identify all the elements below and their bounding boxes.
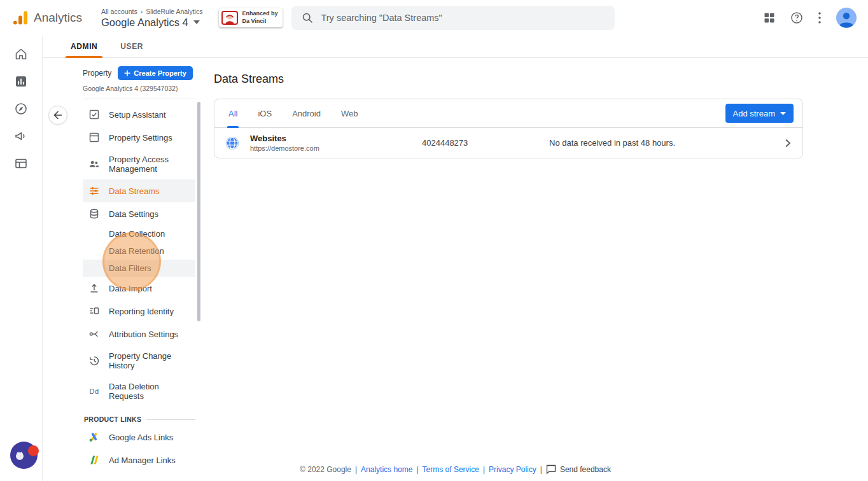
stream-url: https://demostore.com: [250, 144, 422, 152]
sidebar-item-data-retention[interactable]: Data Retention: [83, 242, 195, 260]
explore-icon[interactable]: [13, 101, 29, 117]
setup-assistant-icon: [88, 109, 100, 120]
feedback-bubble-icon: [546, 464, 556, 475]
globe-icon: [225, 136, 240, 151]
property-settings-icon: [88, 132, 100, 143]
reporting-identity-icon: [88, 305, 100, 317]
panel-head: Property Create Property: [83, 66, 195, 80]
sidebar-item-property-access-management[interactable]: Property Access Management: [83, 149, 195, 179]
notification-dot: [28, 445, 39, 456]
breadcrumb-root[interactable]: All accounts: [101, 8, 137, 15]
sidebar-item-label: Data Collection: [109, 229, 165, 239]
copyright: © 2022 Google: [300, 465, 351, 474]
product-links-header: PRODUCT LINKS: [83, 415, 195, 423]
property-selector-label: Google Analytics 4: [101, 17, 188, 29]
admin-user-tabs: ADMIN USER: [43, 36, 868, 58]
sidebar-item-data-streams[interactable]: Data Streams: [83, 179, 195, 202]
footer-link-terms-of-service[interactable]: Terms of Service: [423, 465, 479, 474]
database-icon: [88, 208, 100, 220]
more-vert-icon[interactable]: [818, 12, 821, 24]
sidebar-item-label: Data Filters: [109, 263, 151, 273]
stream-filter-bar: All iOS Android Web Add stream: [214, 99, 802, 128]
sidebar-item-label: Data Deletion Requests: [109, 382, 192, 401]
sidebar-item-label: Data Streams: [109, 186, 159, 196]
filter-tab-label: Android: [292, 109, 321, 118]
stream-status: No data received in past 48 hours.: [549, 138, 782, 148]
breadcrumb: All accounts › SlideRule Analytics: [101, 8, 202, 15]
send-feedback-label: Send feedback: [560, 465, 611, 474]
enhanced-badge-text: Enhanced by Da Vinci!: [242, 10, 277, 25]
stream-id: 4024448273: [422, 138, 549, 148]
filter-tab-android[interactable]: Android: [282, 99, 331, 127]
advertising-icon[interactable]: [13, 128, 29, 144]
property-section-label: Property: [83, 69, 111, 78]
send-feedback-button[interactable]: Send feedback: [546, 464, 611, 475]
home-icon[interactable]: [13, 46, 29, 62]
data-streams-card: All iOS Android Web Add stream Websites: [214, 99, 803, 158]
footer-link-privacy-policy[interactable]: Privacy Policy: [489, 465, 536, 474]
sidebar-item-property-settings[interactable]: Property Settings: [83, 126, 195, 149]
filter-tab-label: iOS: [258, 109, 272, 118]
reports-icon[interactable]: [13, 73, 29, 90]
sidebar-item-setup-assistant[interactable]: Setup Assistant: [83, 103, 195, 126]
sidebar-item-reporting-identity[interactable]: Reporting Identity: [83, 300, 195, 323]
sidebar-item-data-deletion-requests[interactable]: Dd Data Deletion Requests: [83, 376, 195, 407]
tab-user[interactable]: USER: [109, 36, 155, 57]
sidebar-item-property-change-history[interactable]: Property Change History: [83, 345, 195, 376]
back-button[interactable]: [48, 106, 67, 125]
sidebar-item-label: Setup Assistant: [109, 110, 166, 120]
avatar[interactable]: [836, 8, 857, 28]
sidebar-item-attribution-settings[interactable]: Attribution Settings: [83, 323, 195, 345]
analytics-logo[interactable]: Analytics: [0, 9, 82, 27]
account-switcher[interactable]: All accounts › SlideRule Analytics Googl…: [101, 8, 202, 29]
sidebar-item-label: Attribution Settings: [109, 330, 178, 339]
add-stream-label: Add stream: [733, 109, 775, 118]
property-selector[interactable]: Google Analytics 4: [101, 17, 202, 29]
product-links-header-label: PRODUCT LINKS: [84, 415, 141, 423]
chevron-right-icon[interactable]: [782, 139, 794, 148]
sidebar-item-data-collection[interactable]: Data Collection: [83, 225, 195, 242]
tab-user-label: USER: [120, 42, 143, 51]
enhanced-badge[interactable]: Enhanced by Da Vinci!: [219, 8, 283, 27]
sidebar-item-label: Property Settings: [109, 133, 172, 143]
data-deletion-icon: Dd: [88, 386, 100, 397]
footer-separator: |: [355, 465, 357, 474]
assistant-mascot-icon: [13, 450, 26, 463]
search-input[interactable]: [321, 13, 605, 23]
sidebar-item-google-ads-links[interactable]: Google Ads Links: [83, 426, 195, 449]
sidebar-item-data-import[interactable]: Data Import: [83, 277, 195, 300]
breadcrumb-separator: ›: [141, 8, 143, 15]
filter-tab-ios[interactable]: iOS: [248, 99, 282, 127]
add-stream-button[interactable]: Add stream: [725, 104, 794, 123]
app-name: Analytics: [34, 11, 82, 25]
back-arrow-icon: [53, 110, 63, 120]
library-icon[interactable]: [13, 155, 29, 172]
breadcrumb-current[interactable]: SlideRule Analytics: [146, 8, 202, 15]
da-vinci-icon: [221, 11, 238, 25]
people-icon: [88, 158, 100, 170]
sidebar-item-data-settings[interactable]: Data Settings: [83, 202, 195, 225]
property-name: Google Analytics 4 (329547032): [83, 85, 195, 99]
create-property-button[interactable]: Create Property: [118, 66, 193, 80]
footer-link-analytics-home[interactable]: Analytics home: [361, 465, 412, 474]
stream-name-block: Websites https://demostore.com: [250, 134, 422, 152]
apps-grid-icon[interactable]: [764, 12, 775, 24]
search-bar[interactable]: [291, 6, 615, 30]
footer-separator: |: [483, 465, 485, 474]
topbar: Analytics All accounts › SlideRule Analy…: [0, 0, 868, 36]
page-title: Data Streams: [214, 73, 803, 86]
sidebar-item-data-filters[interactable]: Data Filters: [83, 260, 195, 277]
search-icon: [302, 12, 313, 24]
filter-tab-web[interactable]: Web: [331, 99, 368, 127]
filter-tab-all[interactable]: All: [218, 99, 248, 127]
sidebar-item-label: Reporting Identity: [109, 307, 174, 316]
tab-admin[interactable]: ADMIN: [59, 36, 109, 57]
stream-row[interactable]: Websites https://demostore.com 402444827…: [214, 128, 802, 158]
footer-separator: |: [416, 465, 418, 474]
help-icon[interactable]: [790, 11, 803, 24]
chevron-down-icon: [780, 112, 786, 115]
enhanced-badge-line1: Enhanced by: [242, 10, 277, 17]
main-content: Data Streams All iOS Android Web Add str…: [214, 73, 803, 158]
topbar-actions: [764, 8, 868, 28]
panel-scrollbar[interactable]: [197, 102, 200, 321]
